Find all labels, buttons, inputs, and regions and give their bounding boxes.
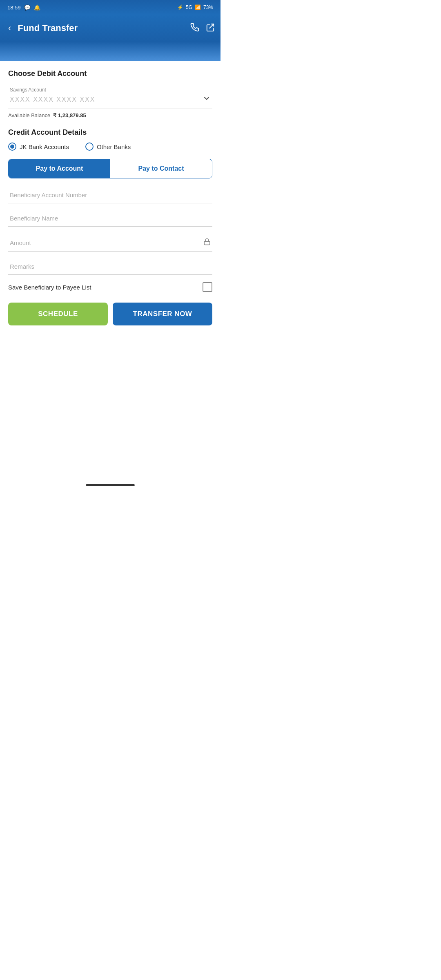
main-content: Choose Debit Account Savings Account XXX… xyxy=(0,61,220,342)
blue-bg-strip xyxy=(0,42,220,61)
save-beneficiary-label: Save Beneficiary to Payee List xyxy=(8,284,91,291)
header: ‹ Fund Transfer xyxy=(0,15,220,42)
signal-icon: 📶 xyxy=(195,4,201,10)
debit-section-title: Choose Debit Account xyxy=(8,69,212,78)
beneficiary-account-input[interactable] xyxy=(10,192,211,198)
tab-pay-to-account[interactable]: Pay to Account xyxy=(9,159,110,178)
bank-type-radio-group: JK Bank Accounts Other Banks xyxy=(8,143,212,151)
phone-icon[interactable] xyxy=(190,23,199,34)
credit-section-title: Credit Account Details xyxy=(8,128,212,137)
beneficiary-name-input[interactable] xyxy=(10,215,211,222)
tab-group: Pay to Account Pay to Contact xyxy=(8,159,212,178)
radio-label-other-banks: Other Banks xyxy=(97,143,131,150)
bluetooth-icon: ⚡ xyxy=(177,4,183,10)
schedule-button[interactable]: SCHEDULE xyxy=(8,303,108,325)
tab-pay-to-contact[interactable]: Pay to Contact xyxy=(110,159,212,178)
share-icon[interactable] xyxy=(206,23,215,34)
radio-label-jk-bank: JK Bank Accounts xyxy=(20,143,69,150)
alert-icon: 🔔 xyxy=(34,4,40,11)
account-label: Savings Account xyxy=(10,87,211,93)
save-beneficiary-row: Save Beneficiary to Payee List xyxy=(8,282,212,292)
account-number: XXXX XXXX XXXX XXX xyxy=(10,96,95,103)
balance-amount: ₹ 1,23,879.85 xyxy=(53,112,86,118)
radio-circle-other-banks xyxy=(85,143,94,151)
transfer-now-button[interactable]: TRANSFER NOW xyxy=(113,303,212,325)
available-balance: Available Balance ₹ 1,23,879.85 xyxy=(8,112,212,118)
status-left: 18:59 💬 🔔 xyxy=(7,4,40,11)
remarks-field[interactable] xyxy=(8,259,212,275)
radio-other-banks[interactable]: Other Banks xyxy=(85,143,131,151)
svg-rect-0 xyxy=(204,241,210,245)
page-title: Fund Transfer xyxy=(18,23,186,33)
network-indicator: 5G xyxy=(186,4,192,10)
lock-icon xyxy=(203,238,211,247)
action-buttons: SCHEDULE TRANSFER NOW xyxy=(8,303,212,325)
available-balance-label: Available Balance xyxy=(8,112,50,118)
status-bar: 18:59 💬 🔔 ⚡ 5G 📶 73% xyxy=(0,0,220,15)
account-number-row: XXXX XXXX XXXX XXX xyxy=(10,94,211,105)
account-dropdown[interactable]: Savings Account XXXX XXXX XXXX XXX xyxy=(8,85,212,109)
whatsapp-icon: 💬 xyxy=(24,4,31,11)
status-right: ⚡ 5G 📶 73% xyxy=(177,4,213,10)
save-beneficiary-checkbox[interactable] xyxy=(203,282,212,292)
dropdown-arrow-icon[interactable] xyxy=(203,94,211,105)
radio-circle-jk-bank xyxy=(8,143,16,151)
radio-jk-bank[interactable]: JK Bank Accounts xyxy=(8,143,69,151)
beneficiary-name-field[interactable] xyxy=(8,211,212,227)
battery-indicator: 73% xyxy=(203,4,213,10)
back-button[interactable]: ‹ xyxy=(6,20,13,36)
amount-field[interactable] xyxy=(8,234,212,252)
remarks-input[interactable] xyxy=(10,263,211,270)
status-time: 18:59 xyxy=(7,4,21,11)
home-indicator xyxy=(86,484,135,486)
beneficiary-account-field[interactable] xyxy=(8,187,212,203)
header-icons xyxy=(190,23,215,34)
amount-input[interactable] xyxy=(10,239,203,246)
